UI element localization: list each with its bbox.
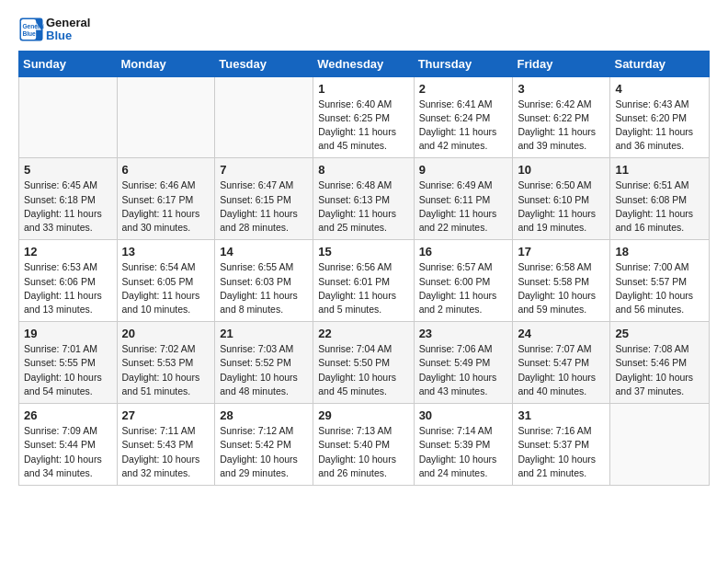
- day-info: Sunrise: 6:49 AMSunset: 6:11 PMDaylight:…: [419, 178, 508, 235]
- weekday-header-wednesday: Wednesday: [313, 51, 414, 76]
- logo-icon: General Blue: [18, 17, 44, 42]
- day-number: 8: [318, 163, 408, 177]
- day-number: 23: [419, 327, 508, 340]
- day-info: Sunrise: 7:13 AMSunset: 5:40 PMDaylight:…: [318, 424, 408, 480]
- day-info: Sunrise: 7:04 AMSunset: 5:50 PMDaylight:…: [318, 342, 408, 398]
- weekday-header-tuesday: Tuesday: [215, 51, 313, 76]
- day-info: Sunrise: 7:12 AMSunset: 5:42 PMDaylight:…: [220, 424, 308, 480]
- day-cell: 16Sunrise: 6:57 AMSunset: 6:00 PMDayligh…: [414, 240, 513, 322]
- day-number: 5: [24, 163, 112, 177]
- day-number: 11: [615, 163, 704, 177]
- day-info: Sunrise: 6:45 AMSunset: 6:18 PMDaylight:…: [24, 178, 112, 235]
- day-number: 1: [318, 82, 408, 96]
- day-info: Sunrise: 7:16 AMSunset: 5:37 PMDaylight:…: [518, 424, 605, 480]
- day-number: 30: [419, 408, 508, 422]
- day-number: 20: [122, 327, 210, 340]
- page: General Blue General Blue SundayMondayTu…: [0, 0, 728, 502]
- day-cell: 20Sunrise: 7:02 AMSunset: 5:53 PMDayligh…: [117, 322, 215, 404]
- day-cell: 27Sunrise: 7:11 AMSunset: 5:43 PMDayligh…: [117, 404, 215, 486]
- day-info: Sunrise: 6:51 AMSunset: 6:08 PMDaylight:…: [615, 178, 704, 235]
- day-cell: 25Sunrise: 7:08 AMSunset: 5:46 PMDayligh…: [610, 322, 710, 404]
- logo: General Blue General Blue: [18, 17, 90, 43]
- day-cell: 18Sunrise: 7:00 AMSunset: 5:57 PMDayligh…: [610, 240, 710, 322]
- day-cell: 11Sunrise: 6:51 AMSunset: 6:08 PMDayligh…: [610, 158, 710, 240]
- day-number: 12: [24, 245, 112, 259]
- day-number: 19: [24, 327, 112, 340]
- day-number: 24: [518, 327, 605, 340]
- day-cell: 31Sunrise: 7:16 AMSunset: 5:37 PMDayligh…: [513, 404, 610, 486]
- day-cell: 2Sunrise: 6:41 AMSunset: 6:24 PMDaylight…: [414, 76, 513, 158]
- logo-text-blue: Blue: [46, 29, 90, 42]
- logo-text-general: General: [46, 17, 90, 29]
- day-cell: 5Sunrise: 6:45 AMSunset: 6:18 PMDaylight…: [19, 158, 118, 240]
- day-number: 17: [518, 245, 605, 259]
- day-number: 14: [220, 245, 308, 259]
- day-number: 22: [318, 327, 408, 340]
- day-number: 18: [615, 245, 704, 259]
- day-cell: 15Sunrise: 6:56 AMSunset: 6:01 PMDayligh…: [313, 240, 414, 322]
- day-cell: 21Sunrise: 7:03 AMSunset: 5:52 PMDayligh…: [215, 322, 313, 404]
- week-row-3: 12Sunrise: 6:53 AMSunset: 6:06 PMDayligh…: [19, 240, 710, 322]
- day-cell: [117, 76, 215, 158]
- day-number: 6: [122, 163, 210, 177]
- day-number: 26: [24, 408, 112, 422]
- day-cell: 23Sunrise: 7:06 AMSunset: 5:49 PMDayligh…: [414, 322, 513, 404]
- day-info: Sunrise: 6:48 AMSunset: 6:13 PMDaylight:…: [318, 178, 408, 235]
- day-cell: 6Sunrise: 6:46 AMSunset: 6:17 PMDaylight…: [117, 158, 215, 240]
- header: General Blue General Blue: [18, 17, 710, 43]
- day-number: 3: [518, 82, 605, 96]
- day-cell: 28Sunrise: 7:12 AMSunset: 5:42 PMDayligh…: [215, 404, 313, 486]
- day-info: Sunrise: 6:57 AMSunset: 6:00 PMDaylight:…: [419, 260, 508, 316]
- weekday-header-thursday: Thursday: [414, 51, 513, 76]
- week-row-5: 26Sunrise: 7:09 AMSunset: 5:44 PMDayligh…: [19, 404, 710, 486]
- day-info: Sunrise: 6:46 AMSunset: 6:17 PMDaylight:…: [122, 178, 210, 235]
- svg-text:Blue: Blue: [22, 30, 36, 37]
- day-info: Sunrise: 6:53 AMSunset: 6:06 PMDaylight:…: [24, 260, 112, 316]
- day-cell: 9Sunrise: 6:49 AMSunset: 6:11 PMDaylight…: [414, 158, 513, 240]
- day-cell: 13Sunrise: 6:54 AMSunset: 6:05 PMDayligh…: [117, 240, 215, 322]
- day-info: Sunrise: 6:47 AMSunset: 6:15 PMDaylight:…: [220, 178, 308, 235]
- day-cell: 24Sunrise: 7:07 AMSunset: 5:47 PMDayligh…: [513, 322, 610, 404]
- day-number: 7: [220, 163, 308, 177]
- day-number: 16: [419, 245, 508, 259]
- day-info: Sunrise: 6:50 AMSunset: 6:10 PMDaylight:…: [518, 178, 605, 235]
- day-number: 13: [122, 245, 210, 259]
- day-number: 10: [518, 163, 605, 177]
- day-info: Sunrise: 6:40 AMSunset: 6:25 PMDaylight:…: [318, 98, 408, 154]
- day-info: Sunrise: 6:56 AMSunset: 6:01 PMDaylight:…: [318, 260, 408, 316]
- day-cell: 12Sunrise: 6:53 AMSunset: 6:06 PMDayligh…: [19, 240, 118, 322]
- day-cell: 17Sunrise: 6:58 AMSunset: 5:58 PMDayligh…: [513, 240, 610, 322]
- day-number: 9: [419, 163, 508, 177]
- week-row-2: 5Sunrise: 6:45 AMSunset: 6:18 PMDaylight…: [19, 158, 710, 240]
- day-number: 25: [615, 327, 704, 340]
- weekday-header-monday: Monday: [117, 51, 215, 76]
- day-info: Sunrise: 6:43 AMSunset: 6:20 PMDaylight:…: [615, 98, 704, 154]
- day-cell: [215, 76, 313, 158]
- day-cell: 14Sunrise: 6:55 AMSunset: 6:03 PMDayligh…: [215, 240, 313, 322]
- day-info: Sunrise: 7:03 AMSunset: 5:52 PMDaylight:…: [220, 342, 308, 398]
- day-cell: [19, 76, 118, 158]
- day-cell: 1Sunrise: 6:40 AMSunset: 6:25 PMDaylight…: [313, 76, 414, 158]
- day-info: Sunrise: 6:41 AMSunset: 6:24 PMDaylight:…: [419, 98, 508, 154]
- day-info: Sunrise: 6:54 AMSunset: 6:05 PMDaylight:…: [122, 260, 210, 316]
- day-cell: 26Sunrise: 7:09 AMSunset: 5:44 PMDayligh…: [19, 404, 118, 486]
- day-cell: 7Sunrise: 6:47 AMSunset: 6:15 PMDaylight…: [215, 158, 313, 240]
- day-info: Sunrise: 7:07 AMSunset: 5:47 PMDaylight:…: [518, 342, 605, 398]
- day-info: Sunrise: 7:02 AMSunset: 5:53 PMDaylight:…: [122, 342, 210, 398]
- day-cell: 22Sunrise: 7:04 AMSunset: 5:50 PMDayligh…: [313, 322, 414, 404]
- day-number: 28: [220, 408, 308, 422]
- week-row-1: 1Sunrise: 6:40 AMSunset: 6:25 PMDaylight…: [19, 76, 710, 158]
- weekday-header-sunday: Sunday: [19, 51, 118, 76]
- day-cell: 19Sunrise: 7:01 AMSunset: 5:55 PMDayligh…: [19, 322, 118, 404]
- day-info: Sunrise: 6:58 AMSunset: 5:58 PMDaylight:…: [518, 260, 605, 316]
- day-cell: 4Sunrise: 6:43 AMSunset: 6:20 PMDaylight…: [610, 76, 710, 158]
- day-info: Sunrise: 7:00 AMSunset: 5:57 PMDaylight:…: [615, 260, 704, 316]
- day-info: Sunrise: 7:08 AMSunset: 5:46 PMDaylight:…: [615, 342, 704, 398]
- day-info: Sunrise: 6:55 AMSunset: 6:03 PMDaylight:…: [220, 260, 308, 316]
- day-cell: 10Sunrise: 6:50 AMSunset: 6:10 PMDayligh…: [513, 158, 610, 240]
- day-number: 2: [419, 82, 508, 96]
- weekday-header-row: SundayMondayTuesdayWednesdayThursdayFrid…: [19, 51, 710, 76]
- day-number: 4: [615, 82, 704, 96]
- day-cell: 29Sunrise: 7:13 AMSunset: 5:40 PMDayligh…: [313, 404, 414, 486]
- day-number: 31: [518, 408, 605, 422]
